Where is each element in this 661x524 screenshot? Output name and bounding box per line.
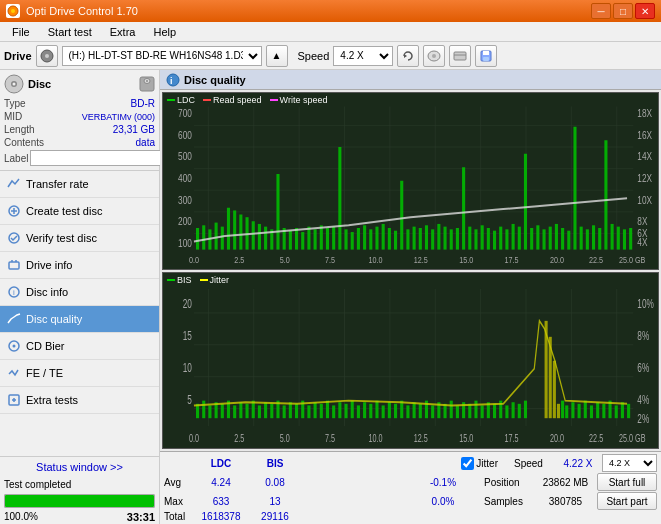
svg-text:10%: 10% [637,296,654,310]
svg-rect-118 [450,229,453,249]
svg-rect-105 [369,229,372,249]
svg-rect-99 [332,227,335,250]
verify-test-disc-icon [6,230,22,246]
app-icon [6,4,20,18]
drive-label: Drive [4,50,32,62]
svg-rect-225 [456,405,459,418]
sidebar-menu: Transfer rate Create test disc [0,171,159,456]
disc-quality-icon [6,311,22,327]
sidebar-item-drive-info[interactable]: Drive info [0,252,159,279]
maximize-button[interactable]: □ [613,3,633,19]
settings-btn[interactable] [449,45,471,67]
avg-ldc: 4.24 [196,477,246,488]
svg-rect-215 [394,403,397,417]
menu-help[interactable]: Help [145,24,184,40]
svg-rect-107 [382,224,385,250]
svg-rect-101 [345,229,348,249]
bottom-chart-legend: BIS Jitter [167,275,229,285]
sidebar-item-cd-bier[interactable]: CD Bier [0,333,159,360]
svg-text:2.5: 2.5 [234,431,244,444]
svg-rect-95 [307,227,310,250]
svg-text:0.0: 0.0 [189,254,199,265]
svg-text:10: 10 [183,360,192,374]
menu-start-test[interactable]: Start test [40,24,100,40]
burn-btn[interactable] [423,45,445,67]
svg-rect-82 [227,208,230,250]
sidebar-item-disc-info[interactable]: i Disc info [0,279,159,306]
start-part-btn[interactable]: Start part [597,492,657,510]
refresh-btn[interactable] [397,45,419,67]
total-bis: 29116 [250,511,300,522]
svg-rect-126 [499,227,502,250]
drive-info-icon [6,257,22,273]
main-content: Disc Type BD-R MID VERBATIMv (000) Lengt… [0,70,661,524]
cd-bier-icon [6,338,22,354]
svg-text:22.5: 22.5 [589,431,603,444]
legend-jitter: Jitter [200,275,230,285]
stats-speed-select[interactable]: 4.2 X [602,454,657,472]
top-chart: LDC Read speed Write speed [162,92,659,270]
samples-value: 380785 [538,496,593,507]
svg-rect-243 [571,402,574,418]
svg-rect-109 [394,231,397,250]
svg-point-1 [11,9,15,13]
svg-rect-195 [270,403,273,417]
svg-text:700: 700 [178,107,192,119]
sidebar-item-transfer-rate[interactable]: Transfer rate [0,171,159,198]
svg-rect-143 [604,140,607,249]
contents-label: Contents [4,137,44,148]
save-btn[interactable] [475,45,497,67]
eject-btn[interactable]: ▲ [266,45,288,67]
jitter-checkbox[interactable] [461,457,474,470]
sidebar-item-create-test-disc[interactable]: Create test disc [0,198,159,225]
sidebar-item-extra-tests[interactable]: Extra tests [0,387,159,414]
svg-rect-236 [524,400,527,418]
svg-rect-140 [586,229,589,249]
jitter-label: Jitter [476,458,498,469]
sidebar-item-disc-quality[interactable]: Disc quality [0,306,159,333]
svg-rect-78 [202,225,205,249]
svg-rect-235 [518,403,521,417]
sidebar-item-verify-test-disc[interactable]: Verify test disc [0,225,159,252]
svg-text:200: 200 [178,215,192,227]
svg-rect-210 [363,402,366,418]
type-label: Type [4,98,26,109]
svg-text:i: i [170,76,173,86]
status-window-btn[interactable]: Status window >> [0,456,159,477]
disc-options-icon[interactable] [139,76,155,92]
drive-select[interactable]: (H:) HL-DT-ST BD-RE WH16NS48 1.D3 [62,46,262,66]
svg-rect-97 [320,225,323,249]
svg-rect-88 [264,227,267,250]
svg-rect-127 [505,229,508,249]
svg-rect-147 [629,228,632,250]
svg-text:20: 20 [183,296,192,310]
svg-rect-121 [468,227,471,250]
svg-text:100: 100 [178,237,192,249]
speed-select[interactable]: 4.2 X [333,46,393,66]
menu-bar: File Start test Extra Help [0,22,661,42]
svg-text:18X: 18X [637,107,652,119]
menu-file[interactable]: File [4,24,38,40]
svg-rect-144 [611,224,614,250]
minimize-button[interactable]: ─ [591,3,611,19]
position-value: 23862 MB [538,477,593,488]
svg-rect-111 [406,229,409,249]
sidebar-item-fe-te[interactable]: FE / TE [0,360,159,387]
svg-text:25.0 GB: 25.0 GB [619,254,646,265]
svg-text:500: 500 [178,150,192,162]
svg-rect-231 [493,403,496,417]
menu-extra[interactable]: Extra [102,24,144,40]
svg-rect-86 [252,221,255,249]
svg-rect-208 [351,400,354,418]
max-label: Max [164,496,192,507]
total-label: Total [164,511,192,522]
svg-rect-241 [561,400,564,418]
drive-icon-btn[interactable] [36,45,58,67]
label-input[interactable] [30,150,163,166]
start-full-btn[interactable]: Start full [597,473,657,491]
progress-percent: 100.0% [4,511,38,523]
svg-rect-244 [578,403,581,417]
disc-quality-header: i Disc quality [160,70,661,90]
svg-rect-185 [208,405,211,418]
close-button[interactable]: ✕ [635,3,655,19]
